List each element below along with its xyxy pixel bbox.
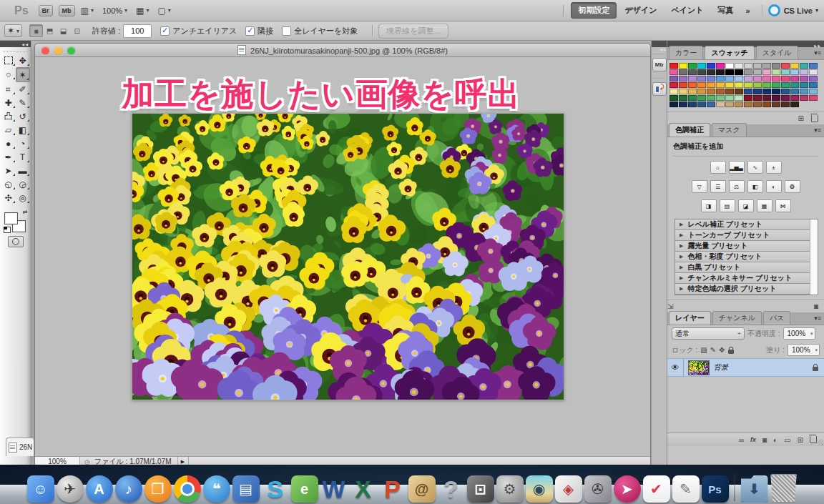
expand-triangle-icon[interactable]: ▶ <box>680 275 683 281</box>
swatch-57[interactable] <box>753 82 762 88</box>
swatch-73[interactable] <box>753 89 762 94</box>
tool-preset-picker[interactable]: ✶ <box>4 24 22 37</box>
workspace-初期設定[interactable]: 初期設定 <box>571 2 617 19</box>
dock-item-help[interactable]: ? <box>436 470 466 503</box>
preset-row-6[interactable]: ▶特定色域の選択 プリセット <box>675 284 810 295</box>
swatch-54[interactable] <box>725 82 734 88</box>
layer-visibility-toggle[interactable]: 👁 <box>667 359 684 376</box>
swatches-tab-スタイル[interactable]: スタイル <box>756 46 798 59</box>
sample-all-layers-checkbox-box[interactable] <box>282 26 291 36</box>
swatch-100[interactable] <box>707 102 715 107</box>
dock-item-system-preferences[interactable]: ⚙ <box>495 470 524 503</box>
new-layer-button[interactable]: ⊞ <box>798 436 803 444</box>
swatch-83[interactable] <box>697 95 706 101</box>
swatch-36[interactable] <box>707 76 715 81</box>
black-and-white-button[interactable]: ◧ <box>747 180 763 193</box>
curves-button[interactable]: ∿ <box>747 161 763 174</box>
dock-item-textedit[interactable]: ✎ <box>671 470 700 503</box>
fill-value[interactable]: 100% <box>788 344 820 356</box>
channel-mixer-button[interactable]: ❂ <box>785 180 800 193</box>
layer-row-background[interactable]: 👁 背景 <box>667 358 824 377</box>
dock-item-ibooks[interactable]: ❐ <box>143 470 172 503</box>
panel-resize-grip[interactable] <box>818 440 823 445</box>
swatch-93[interactable] <box>790 95 799 101</box>
swatch-8[interactable] <box>744 63 752 69</box>
canvas-area[interactable]: 加工を施したい画像を呼出 <box>35 57 650 456</box>
workspace-overflow-button[interactable]: » <box>746 6 750 15</box>
dock-item-capture-utility[interactable]: ⊡ <box>466 470 495 503</box>
dock-item-automator[interactable]: ✇ <box>583 470 612 503</box>
swap-colors-icon[interactable]: ⇄ <box>23 209 28 215</box>
preset-scrollbar[interactable] <box>810 219 818 295</box>
swatches-tab-カラー[interactable]: カラー <box>669 46 703 59</box>
swatch-27[interactable] <box>772 69 780 75</box>
vibrance-button[interactable]: ▽ <box>692 180 707 193</box>
swatch-77[interactable] <box>790 89 799 94</box>
adjustments-tab-マスク[interactable]: マスク <box>712 123 747 137</box>
swatch-108[interactable] <box>781 102 790 107</box>
swatch-20[interactable] <box>707 69 715 75</box>
swatch-52[interactable] <box>707 82 715 88</box>
layer-style-button[interactable]: fx <box>750 436 756 443</box>
opacity-value[interactable]: 100% <box>783 327 815 340</box>
quick-mask-button[interactable] <box>8 236 24 247</box>
selective-color-button[interactable]: ⋈ <box>775 199 791 212</box>
threshold-button[interactable]: ◪ <box>738 199 754 212</box>
intersect-selection-mode[interactable]: ⊡ <box>70 24 84 37</box>
panel-menu-icon[interactable] <box>814 315 821 322</box>
swatch-102[interactable] <box>725 102 734 107</box>
swatch-46[interactable] <box>800 76 808 81</box>
swatch-37[interactable] <box>716 76 725 81</box>
shape-tool[interactable]: ▬ <box>16 164 30 177</box>
delete-swatch-button[interactable] <box>811 115 818 122</box>
swatches-tab-スウォッチ[interactable]: スウォッチ <box>705 46 754 59</box>
swatch-41[interactable] <box>753 76 762 81</box>
swatch-48[interactable] <box>670 82 678 88</box>
dock-item-photoshop[interactable]: Ps <box>700 470 730 503</box>
move-tool[interactable]: ✥ <box>16 54 30 67</box>
dock-item-finder[interactable]: ☺ <box>26 470 55 503</box>
expand-triangle-icon[interactable]: ▶ <box>680 265 683 270</box>
clone-stamp-tool[interactable]: 凸 <box>1 109 16 123</box>
swatch-47[interactable] <box>809 76 818 81</box>
dock-item-itunes[interactable]: ♪ <box>114 470 143 503</box>
expanded-view-button[interactable]: ⇲ <box>667 302 673 310</box>
swatch-56[interactable] <box>744 82 752 88</box>
swatch-10[interactable] <box>762 63 771 69</box>
swatch-34[interactable] <box>688 76 697 81</box>
swatch-79[interactable] <box>809 89 818 94</box>
type-tool[interactable]: T <box>16 150 30 164</box>
swatch-12[interactable] <box>781 63 790 69</box>
contiguous-checkbox[interactable]: 隣接 <box>245 26 273 36</box>
preset-row-5[interactable]: ▶チャンネルミキサー プリセット <box>675 273 810 284</box>
photo-canvas[interactable] <box>132 113 564 400</box>
layers-tab-レイヤー[interactable]: レイヤー <box>669 311 711 325</box>
zoom-tool[interactable]: ◎ <box>16 191 30 204</box>
swatch-2[interactable] <box>688 63 697 69</box>
swatch-30[interactable] <box>800 69 808 75</box>
cs-live-button[interactable]: CS Live <box>768 4 818 16</box>
swatch-95[interactable] <box>809 95 818 101</box>
expand-triangle-icon[interactable]: ▶ <box>680 232 683 238</box>
preset-row-4[interactable]: ▶白黒 プリセット <box>675 262 810 273</box>
default-colors-icon[interactable] <box>4 227 11 233</box>
swatch-28[interactable] <box>781 69 790 75</box>
swatch-55[interactable] <box>735 82 743 88</box>
brightness-contrast-button[interactable]: ☼ <box>710 161 726 174</box>
photo-filter-button[interactable]: ◐ <box>766 180 782 193</box>
swatch-76[interactable] <box>781 89 790 94</box>
swatch-107[interactable] <box>772 102 780 107</box>
hand-tool[interactable]: ✣ <box>1 191 16 204</box>
subtract-selection-mode[interactable]: ⬓ <box>57 24 70 37</box>
swatch-39[interactable] <box>735 76 743 81</box>
document-tab[interactable]: 26N <box>6 438 34 456</box>
swatch-42[interactable] <box>762 76 771 81</box>
swatch-67[interactable] <box>697 89 706 94</box>
adjustment-layer-button[interactable]: ◐ <box>773 436 778 444</box>
layer-thumbnail[interactable] <box>688 360 710 375</box>
swatch-25[interactable] <box>753 69 762 75</box>
swatch-75[interactable] <box>772 89 780 94</box>
swatch-80[interactable] <box>670 95 678 101</box>
dock-item-messages[interactable]: ❝ <box>202 470 231 503</box>
swatch-60[interactable] <box>781 82 790 88</box>
